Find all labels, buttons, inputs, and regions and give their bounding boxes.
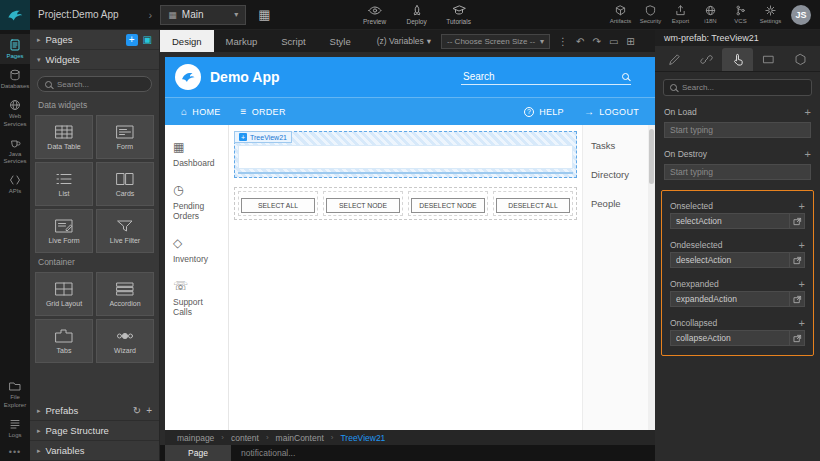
properties-search-input[interactable] <box>682 83 805 92</box>
widget-tile-data-table[interactable]: Data Table <box>35 115 93 159</box>
page-selector[interactable]: ▦ Main ▾ <box>160 5 246 25</box>
treeview-widget-tag[interactable]: + TreeView21 <box>234 131 292 143</box>
onselected-input[interactable] <box>670 213 789 229</box>
treeview-widget-selected[interactable]: + TreeView21 <box>234 131 577 178</box>
section-pages[interactable]: ▸ Pages + ▣ <box>30 30 159 50</box>
onexpanded-input[interactable] <box>670 291 789 307</box>
tab-events[interactable] <box>722 48 753 71</box>
deselect-all-button[interactable]: DESELECT ALL <box>496 198 570 213</box>
tab-styles[interactable] <box>659 48 690 71</box>
nav-logout[interactable]: → LOGOUT <box>584 106 639 117</box>
widget-tile-live-filter[interactable]: Live Filter <box>96 209 154 253</box>
app-logo-icon[interactable] <box>175 64 201 90</box>
select-node-button[interactable]: SELECT NODE <box>326 198 400 213</box>
page-tab[interactable]: Page <box>165 445 231 461</box>
widget-tile-accordion[interactable]: Accordion <box>96 272 154 316</box>
tab-prefab-props[interactable] <box>785 48 816 71</box>
add-on-destroy-action-button[interactable]: + <box>805 148 811 160</box>
nav-help[interactable]: ? HELP <box>524 107 564 117</box>
export-button[interactable]: Export <box>667 5 694 24</box>
tab-style[interactable]: Style <box>318 30 363 52</box>
edit-oncollapsed-action-button[interactable] <box>789 330 805 346</box>
list-item-tasks[interactable]: Tasks <box>583 131 648 160</box>
variables-dropdown[interactable]: (z) Variables ▾ <box>377 36 431 46</box>
widget-tile-list[interactable]: List <box>35 162 93 206</box>
ondeselected-input[interactable] <box>670 252 789 268</box>
on-destroy-input[interactable] <box>664 164 811 180</box>
edit-onselected-action-button[interactable] <box>789 213 805 229</box>
add-on-load-action-button[interactable]: + <box>805 106 811 118</box>
section-variables[interactable]: ▸ Variables <box>30 441 159 461</box>
tutorials-button[interactable]: Tutorials <box>441 5 477 25</box>
widget-tile-form[interactable]: Form <box>96 115 154 159</box>
rail-item-web-services[interactable]: Web Services <box>0 94 30 131</box>
canvas-nav-inventory[interactable]: ◇ Inventory <box>165 229 228 272</box>
widget-search-input[interactable] <box>57 80 144 89</box>
breadcrumb-item[interactable]: content <box>231 433 259 443</box>
rail-item-apis[interactable]: APIs <box>0 169 30 199</box>
rail-item-java-services[interactable]: Java Services <box>0 132 30 169</box>
edit-onexpanded-action-button[interactable] <box>789 291 805 307</box>
rail-item-pages[interactable]: Pages <box>0 34 30 64</box>
i18n-button[interactable]: i18N <box>697 5 724 24</box>
canvas-nav-dashboard[interactable]: ▦ Dashboard <box>165 133 228 176</box>
security-button[interactable]: Security <box>637 5 664 24</box>
redo-icon[interactable]: ↷ <box>592 36 600 47</box>
breadcrumb-item[interactable]: mainpage <box>177 433 214 443</box>
select-all-button[interactable]: SELECT ALL <box>241 198 315 213</box>
properties-search[interactable] <box>663 79 812 96</box>
widget-tile-live-form[interactable]: Live Form <box>35 209 93 253</box>
add-page-button[interactable]: + <box>126 34 138 46</box>
tab-design[interactable]: Design <box>160 30 214 52</box>
section-page-structure[interactable]: ▸ Page Structure <box>30 421 159 441</box>
on-load-input[interactable] <box>664 122 811 138</box>
list-item-people[interactable]: People <box>583 189 648 218</box>
deselect-node-button[interactable]: DESELECT NODE <box>411 198 485 213</box>
deploy-button[interactable]: Deploy <box>399 5 435 25</box>
breadcrumb-item-active[interactable]: TreeView21 <box>340 433 385 443</box>
add-prefab-button[interactable]: + <box>146 405 152 416</box>
vcs-button[interactable]: VCS <box>727 5 754 24</box>
device-preview-icon[interactable]: ▭ <box>609 36 618 47</box>
tab-markup[interactable]: Markup <box>214 30 270 52</box>
screen-size-dropdown[interactable]: -- Choose Screen Size -- ▾ <box>441 34 550 49</box>
section-widgets[interactable]: ▾ Widgets <box>30 50 159 70</box>
scrollbar-thumb[interactable] <box>649 129 654 184</box>
settings-button[interactable]: Settings <box>757 5 784 24</box>
grid-menu-icon[interactable]: ▦ <box>258 7 270 22</box>
more-menu-icon[interactable]: ••• <box>0 443 30 461</box>
canvas-scrollbar[interactable] <box>648 125 655 430</box>
nav-order[interactable]: ≡ ORDER <box>241 106 286 117</box>
add-ondeselected-action-button[interactable]: + <box>799 239 805 251</box>
wavemaker-logo-icon[interactable] <box>0 0 30 30</box>
rail-item-file-explorer[interactable]: File Explorer <box>0 375 30 412</box>
undo-icon[interactable]: ↶ <box>576 36 584 47</box>
more-options-button[interactable]: ⋮ <box>558 36 568 47</box>
split-view-icon[interactable]: ⊞ <box>626 36 634 47</box>
page-list-icon[interactable]: ▣ <box>143 34 152 45</box>
section-prefabs[interactable]: ▸ Prefabs ↻ + <box>30 401 159 421</box>
rail-item-databases[interactable]: Databases <box>0 64 30 94</box>
canvas-nav-support-calls[interactable]: ☏ Support Calls <box>165 272 228 325</box>
tab-bindings[interactable] <box>690 48 721 71</box>
list-item-directory[interactable]: Directory <box>583 160 648 189</box>
rail-item-logs[interactable]: Logs <box>0 413 30 443</box>
refresh-icon[interactable]: ↻ <box>133 405 141 416</box>
canvas-nav-pending-orders[interactable]: ◷ Pending Orders <box>165 176 228 229</box>
artifacts-button[interactable]: Artifacts <box>607 5 634 24</box>
nav-home[interactable]: ⌂ HOME <box>181 106 221 117</box>
widget-tile-grid-layout[interactable]: Grid Layout <box>35 272 93 316</box>
treeview-node-area[interactable] <box>238 145 573 169</box>
canvas-search-field[interactable]: Search <box>461 69 631 85</box>
add-oncollapsed-action-button[interactable]: + <box>799 317 805 329</box>
widget-tile-tabs[interactable]: Tabs <box>35 319 93 363</box>
add-onexpanded-action-button[interactable]: + <box>799 278 805 290</box>
widget-tile-wizard[interactable]: Wizard <box>96 319 154 363</box>
breadcrumb-item[interactable]: mainContent <box>276 433 324 443</box>
widget-tile-cards[interactable]: Cards <box>96 162 154 206</box>
oncollapsed-input[interactable] <box>670 330 789 346</box>
add-onselected-action-button[interactable]: + <box>799 200 805 212</box>
tab-layout[interactable] <box>753 48 784 71</box>
user-avatar[interactable]: JS <box>791 5 811 25</box>
widget-search[interactable] <box>37 76 152 92</box>
